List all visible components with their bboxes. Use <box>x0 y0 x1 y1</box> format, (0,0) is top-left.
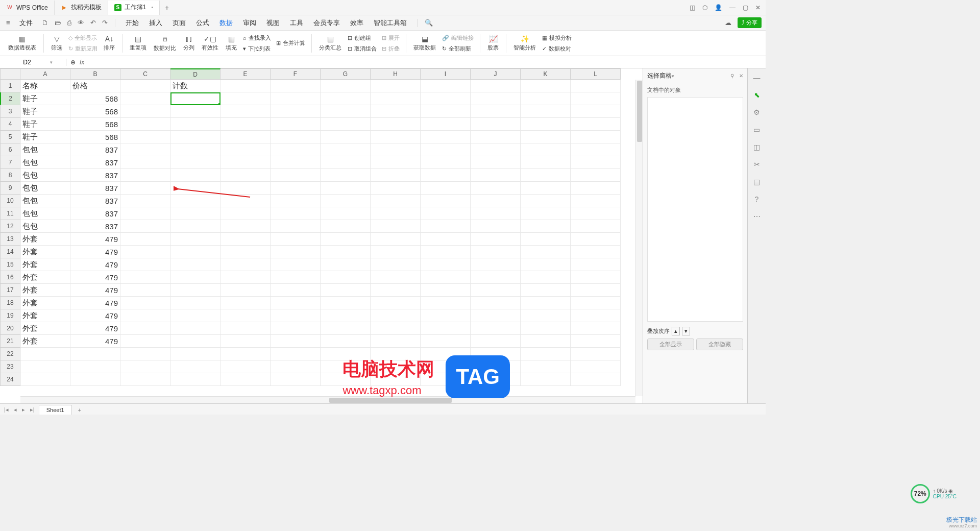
cell[interactable]: 479 <box>70 335 120 348</box>
search-icon[interactable]: 🔍 <box>423 18 435 28</box>
fill-button[interactable]: ▦填充 <box>223 34 240 53</box>
cell[interactable] <box>170 246 220 258</box>
cell[interactable] <box>571 348 621 360</box>
cell[interactable] <box>371 143 421 156</box>
up-button[interactable]: ▴ <box>672 327 680 335</box>
cell[interactable] <box>521 169 571 182</box>
cell[interactable]: 外套 <box>20 322 70 335</box>
row-header[interactable]: 22 <box>0 348 20 360</box>
cell[interactable] <box>521 246 571 258</box>
cell[interactable] <box>371 195 421 207</box>
cell[interactable]: 837 <box>70 143 120 156</box>
cell[interactable] <box>220 118 271 131</box>
add-sheet[interactable]: + <box>75 407 84 413</box>
cube-icon[interactable]: ⬡ <box>702 4 707 11</box>
cell[interactable] <box>271 322 321 335</box>
menu-会员专享[interactable]: 会员专享 <box>308 17 345 29</box>
cell[interactable] <box>421 143 471 156</box>
cell[interactable] <box>421 220 471 233</box>
cell[interactable] <box>220 92 271 105</box>
cell[interactable] <box>170 373 220 386</box>
zoom-icon[interactable]: ⊕ <box>70 59 76 66</box>
cell[interactable] <box>421 335 471 348</box>
cell[interactable] <box>170 105 220 118</box>
namebox[interactable]: ▾ <box>0 59 66 66</box>
cell[interactable] <box>170 258 220 271</box>
editlink-button[interactable]: 🔗编辑链接 <box>440 33 476 43</box>
nav-next[interactable]: ▸ <box>21 406 26 413</box>
cell[interactable] <box>421 207 471 220</box>
cell[interactable] <box>120 131 170 143</box>
cell[interactable] <box>170 182 220 195</box>
cell[interactable] <box>471 105 521 118</box>
cell[interactable] <box>220 335 271 348</box>
cell[interactable] <box>220 131 271 143</box>
cell[interactable] <box>471 156 521 169</box>
cell[interactable] <box>571 131 621 143</box>
sort-button[interactable]: A↓排序 <box>101 34 118 53</box>
cell[interactable] <box>220 271 271 284</box>
cell[interactable] <box>371 156 421 169</box>
hideall-button[interactable]: 全部隐藏 <box>696 339 743 350</box>
cell[interactable] <box>120 284 170 297</box>
cell[interactable] <box>70 373 120 386</box>
horizontal-scrollbar[interactable] <box>20 396 635 403</box>
menu-工具[interactable]: 工具 <box>285 17 308 29</box>
cell[interactable] <box>271 131 321 143</box>
row-header[interactable]: 15 <box>0 258 20 271</box>
cell[interactable] <box>521 156 571 169</box>
cell[interactable] <box>471 131 521 143</box>
tab-wps[interactable]: W WPS Office <box>0 1 55 15</box>
cell[interactable] <box>471 360 521 373</box>
cell[interactable] <box>421 118 471 131</box>
cell[interactable]: 837 <box>70 182 120 195</box>
help-icon[interactable]: ? <box>755 195 759 203</box>
cell[interactable] <box>371 322 421 335</box>
col-header[interactable]: H <box>371 68 421 80</box>
cell[interactable] <box>271 195 321 207</box>
col-header[interactable]: G <box>321 68 371 80</box>
row-header[interactable]: 2 <box>0 92 20 105</box>
subtotal-button[interactable]: ▤分类汇总 <box>316 34 345 53</box>
formula-input[interactable] <box>88 59 762 66</box>
cell[interactable] <box>271 309 321 322</box>
cell[interactable] <box>521 297 571 309</box>
cell[interactable]: 479 <box>70 297 120 309</box>
cell[interactable] <box>170 360 220 373</box>
row-header[interactable]: 17 <box>0 284 20 297</box>
cell[interactable] <box>421 258 471 271</box>
cell[interactable]: 568 <box>70 105 120 118</box>
cell[interactable] <box>371 233 421 246</box>
expand-button[interactable]: ⊞展开 <box>380 33 402 43</box>
cell[interactable] <box>271 348 321 360</box>
cell[interactable] <box>421 80 471 92</box>
cell[interactable] <box>321 297 371 309</box>
cell[interactable] <box>421 284 471 297</box>
cell[interactable] <box>321 92 371 105</box>
cell[interactable] <box>220 105 271 118</box>
row-header[interactable]: 19 <box>0 309 20 322</box>
cell[interactable]: 479 <box>70 309 120 322</box>
cell[interactable] <box>371 182 421 195</box>
cell[interactable] <box>571 182 621 195</box>
cell[interactable] <box>120 92 170 105</box>
cell[interactable] <box>220 220 271 233</box>
cell[interactable] <box>471 271 521 284</box>
cell[interactable] <box>421 156 471 169</box>
cell[interactable] <box>120 207 170 220</box>
cell[interactable]: 外套 <box>20 233 70 246</box>
cell[interactable] <box>421 297 471 309</box>
cell[interactable] <box>521 360 571 373</box>
cell[interactable] <box>271 182 321 195</box>
cell[interactable] <box>371 80 421 92</box>
cell[interactable] <box>471 284 521 297</box>
cell[interactable] <box>371 309 421 322</box>
cell[interactable] <box>120 360 170 373</box>
cell[interactable] <box>321 143 371 156</box>
cell[interactable]: 479 <box>70 258 120 271</box>
cell[interactable] <box>271 92 321 105</box>
cell[interactable] <box>120 322 170 335</box>
cell[interactable]: 568 <box>70 131 120 143</box>
row-header[interactable]: 10 <box>0 195 20 207</box>
cell[interactable] <box>471 233 521 246</box>
